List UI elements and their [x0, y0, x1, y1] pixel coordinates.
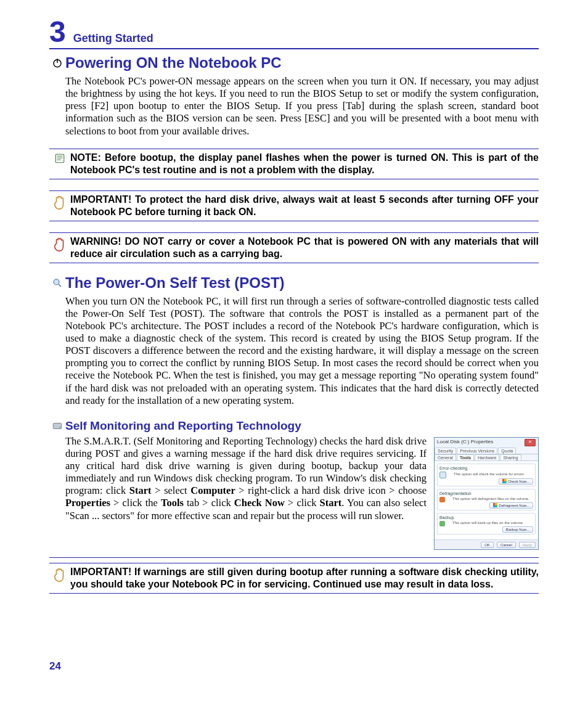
tab-security[interactable]: Security: [435, 448, 456, 454]
disk-properties-dialog: Local Disk (C:) Properties ✕ Security Pr…: [434, 437, 539, 550]
stop-hand-icon: [49, 567, 70, 583]
drive-icon: [49, 420, 65, 432]
dialog-title-text: Local Disk (C:) Properties: [437, 439, 493, 446]
smart-t2: > right-click a hard disk drive icon > c…: [235, 485, 427, 496]
separator: [49, 557, 539, 558]
stop-hand-icon: [49, 195, 70, 211]
dialog-tabrow-top: Security Previous Versions Quota: [435, 448, 538, 454]
page-number: 24: [49, 660, 61, 673]
section2-title: The Power-On Self Test (POST): [65, 274, 285, 292]
dialog-tabrow-bottom: General Tools Hardware Sharing: [435, 454, 538, 461]
dialog-footer: OK Cancel Apply: [435, 539, 538, 549]
smart-b3: Properties: [65, 497, 110, 509]
tab-general[interactable]: General: [435, 454, 456, 460]
warning-callout: WARNING! DO NOT carry or cover a Noteboo…: [49, 232, 539, 263]
warning-hand-icon: [49, 237, 70, 253]
section-powering-on-header: Powering ON the Notebook PC: [49, 54, 539, 72]
smart-t4: tab > click: [184, 497, 234, 509]
section-title: Powering ON the Notebook PC: [65, 54, 282, 72]
chapter-number: 3: [49, 17, 66, 47]
section-post-header: The Power-On Self Test (POST): [49, 274, 539, 292]
smart-header: Self Monitoring and Reporting Technology: [49, 419, 539, 433]
backup-icon: [439, 521, 445, 526]
check-now-button[interactable]: Check Now...: [499, 478, 533, 485]
group1-desc: This option will check the volume for er…: [454, 472, 525, 476]
svg-point-3: [54, 279, 59, 285]
group1-title: Error-checking: [439, 466, 533, 470]
smart-t1: > select: [152, 485, 191, 496]
tab-tools[interactable]: Tools: [457, 454, 474, 460]
tab-quota[interactable]: Quota: [498, 448, 516, 454]
group2-desc: This option will defragment files on the…: [452, 497, 529, 501]
svg-line-4: [59, 284, 61, 287]
chapter-title: Getting Started: [73, 32, 153, 45]
defrag-icon: [439, 497, 445, 502]
power-icon: [49, 57, 65, 68]
smart-t3: > click the: [110, 497, 161, 509]
group3-title: Backup: [439, 515, 533, 520]
smart-title: Self Monitoring and Reporting Technology: [65, 419, 301, 433]
note-callout: NOTE: Before bootup, the display panel f…: [49, 149, 539, 179]
svg-point-6: [59, 427, 60, 428]
tab-hardware[interactable]: Hardware: [475, 454, 499, 460]
smart-body: The S.M.A.R.T. (Self Monitoring and Repo…: [65, 435, 434, 522]
group2-title: Defragmentation: [439, 491, 533, 496]
chapter-header: 3 Getting Started: [49, 17, 539, 49]
group-error-checking: Error-checking This option will check th…: [437, 464, 536, 486]
tab-previous-versions[interactable]: Previous Versions: [457, 448, 497, 454]
smart-b5: Check Now: [234, 497, 285, 509]
note-text: NOTE: Before bootup, the display panel f…: [70, 152, 539, 176]
dialog-titlebar: Local Disk (C:) Properties ✕: [435, 438, 538, 448]
group-defragmentation: Defragmentation This option will defragm…: [437, 489, 536, 510]
smart-t5: > click: [285, 497, 320, 509]
important2-text: IMPORTANT! If warnings are still given d…: [70, 566, 539, 591]
section1-body: The Notebook PC's power-ON message appea…: [65, 75, 539, 137]
smart-b1: Start: [129, 485, 152, 496]
cancel-button[interactable]: Cancel: [497, 542, 516, 548]
smart-b2: Computer: [190, 485, 235, 496]
tab-sharing[interactable]: Sharing: [500, 454, 521, 460]
check-disk-icon: [439, 472, 446, 478]
smart-b4: Tools: [161, 497, 184, 509]
important1-text: IMPORTANT! To protect the hard disk driv…: [70, 194, 539, 218]
backup-now-button[interactable]: Backup Now...: [502, 526, 533, 533]
svg-rect-2: [55, 154, 64, 163]
important-callout-2: IMPORTANT! If warnings are still given d…: [49, 563, 539, 594]
dialog-body: Error-checking This option will check th…: [435, 461, 538, 539]
manual-page: 3 Getting Started Powering ON the Notebo…: [0, 0, 588, 712]
section2-body: When you turn ON the Notebook PC, it wil…: [65, 295, 539, 407]
note-icon: [49, 153, 70, 164]
warning-text: WARNING! DO NOT carry or cover a Noteboo…: [70, 235, 539, 260]
smart-row: The S.M.A.R.T. (Self Monitoring and Repo…: [49, 435, 539, 550]
group3-desc: This option will back up files on the vo…: [452, 521, 523, 525]
important-callout-1: IMPORTANT! To protect the hard disk driv…: [49, 190, 539, 221]
close-icon[interactable]: ✕: [525, 439, 536, 446]
group-backup: Backup This option will back up files on…: [437, 513, 536, 534]
defragment-now-button[interactable]: Defragment Now...: [489, 502, 533, 509]
magnifier-icon: [49, 277, 65, 288]
smart-b6: Start: [320, 497, 342, 509]
apply-button[interactable]: Apply: [519, 542, 536, 548]
ok-button[interactable]: OK: [481, 542, 494, 548]
